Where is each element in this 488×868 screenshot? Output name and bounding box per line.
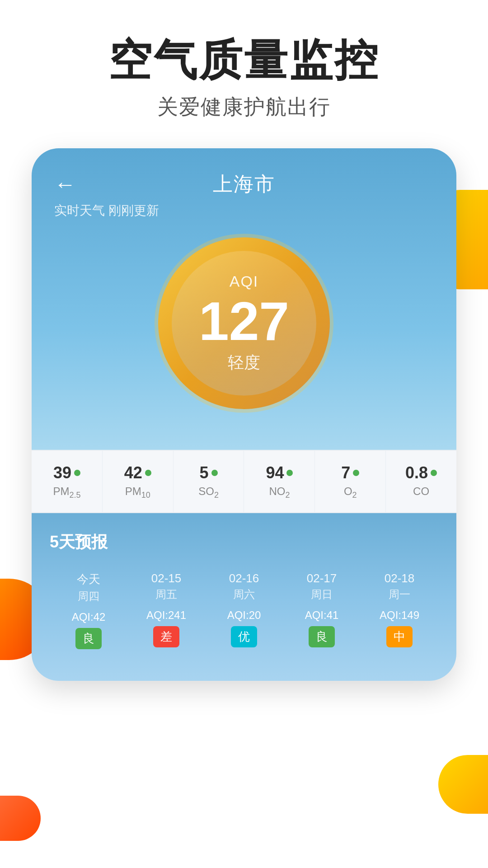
app-subtitle: 关爱健康护航出行 [27,93,461,121]
forecast-section: 5天预报 今天 周四 AQI:42 良 02-15 周五 AQI:241 差 0… [32,513,456,681]
aqi-circle-inner: AQI 127 轻度 [172,251,316,396]
city-name: 上海市 [213,171,275,198]
forecast-day-1: 02-15 周五 AQI:241 差 [127,567,205,654]
forecast-weekday: 周一 [363,587,436,602]
metric-value: 7 [341,463,350,482]
metric-item-5: 0.8 CO [386,451,456,513]
metric-value-row: 94 [249,463,310,482]
forecast-badge: 中 [386,626,413,647]
forecast-aqi-text: AQI:241 [130,609,203,622]
metric-name: CO [390,485,452,498]
aqi-circle-outer: AQI 127 轻度 [158,237,330,409]
forecast-weekday: 周日 [285,587,358,602]
metric-item-0: 39 PM2.5 [32,451,103,513]
forecast-aqi-text: AQI:20 [207,609,281,622]
metric-dot [74,470,80,476]
metric-value: 39 [53,463,71,482]
aqi-level: 轻度 [228,352,260,374]
forecast-title: 5天预报 [50,531,438,553]
forecast-date: 02-18 [363,571,436,585]
metric-dot [353,470,359,476]
header-section: 空气质量监控 关爱健康护航出行 [0,0,488,139]
metric-value-row: 5 [178,463,239,482]
metric-value: 94 [266,463,284,482]
forecast-aqi-text: AQI:41 [285,609,358,622]
weather-status: 实时天气 刚刚更新 [54,202,434,219]
forecast-day-0: 今天 周四 AQI:42 良 [50,567,127,654]
phone-card: ← 上海市 实时天气 刚刚更新 AQI 127 轻度 39 PM2.5 42 [32,148,456,681]
aqi-value: 127 [199,294,289,348]
metric-item-1: 42 PM10 [103,451,174,513]
forecast-date: 02-15 [130,571,203,585]
metric-name: NO2 [249,485,310,500]
metric-value-row: 42 [107,463,169,482]
nav-bar: ← 上海市 [54,171,434,198]
aqi-label: AQI [230,273,259,290]
metric-value-row: 0.8 [390,463,452,482]
app-title: 空气质量监控 [27,36,461,84]
metric-name: SO2 [178,485,239,500]
forecast-weekday: 周四 [52,589,125,604]
metric-name: PM10 [107,485,169,500]
forecast-weekday: 周五 [130,587,203,602]
aqi-circle-container: AQI 127 轻度 [54,237,434,409]
metric-value: 42 [124,463,142,482]
metrics-section: 39 PM2.5 42 PM10 5 SO2 94 NO2 7 O2 0.8 [32,450,456,514]
back-button[interactable]: ← [54,172,76,197]
forecast-day-4: 02-18 周一 AQI:149 中 [361,567,438,654]
metric-value: 0.8 [405,463,428,482]
metric-name: O2 [319,485,381,500]
deco-circle-bottom-left [0,796,41,841]
forecast-badge: 良 [75,628,102,649]
metric-dot [211,470,218,476]
forecast-badge: 良 [309,626,335,647]
forecast-aqi-text: AQI:42 [52,611,125,623]
metric-value-row: 39 [36,463,98,482]
blue-section: ← 上海市 实时天气 刚刚更新 AQI 127 轻度 [32,148,456,450]
forecast-badge: 差 [153,626,179,647]
deco-circle-bottom-right [438,755,488,814]
forecast-day-3: 02-17 周日 AQI:41 良 [283,567,361,654]
metrics-row: 39 PM2.5 42 PM10 5 SO2 94 NO2 7 O2 0.8 [32,450,456,514]
metric-value: 5 [200,463,209,482]
forecast-aqi-text: AQI:149 [363,609,436,622]
metric-item-2: 5 SO2 [174,451,244,513]
forecast-day-2: 02-16 周六 AQI:20 优 [205,567,283,654]
metric-item-3: 94 NO2 [244,451,315,513]
metric-value-row: 7 [319,463,381,482]
forecast-date: 02-17 [285,571,358,585]
forecast-weekday: 周六 [207,587,281,602]
metric-item-4: 7 O2 [315,451,386,513]
forecast-date: 02-16 [207,571,281,585]
metric-dot [431,470,437,476]
metric-name: PM2.5 [36,485,98,500]
forecast-badge: 优 [231,626,257,647]
metric-dot [286,470,293,476]
forecast-grid: 今天 周四 AQI:42 良 02-15 周五 AQI:241 差 02-16 … [50,567,438,654]
metric-dot [145,470,151,476]
forecast-date: 今天 [52,571,125,587]
